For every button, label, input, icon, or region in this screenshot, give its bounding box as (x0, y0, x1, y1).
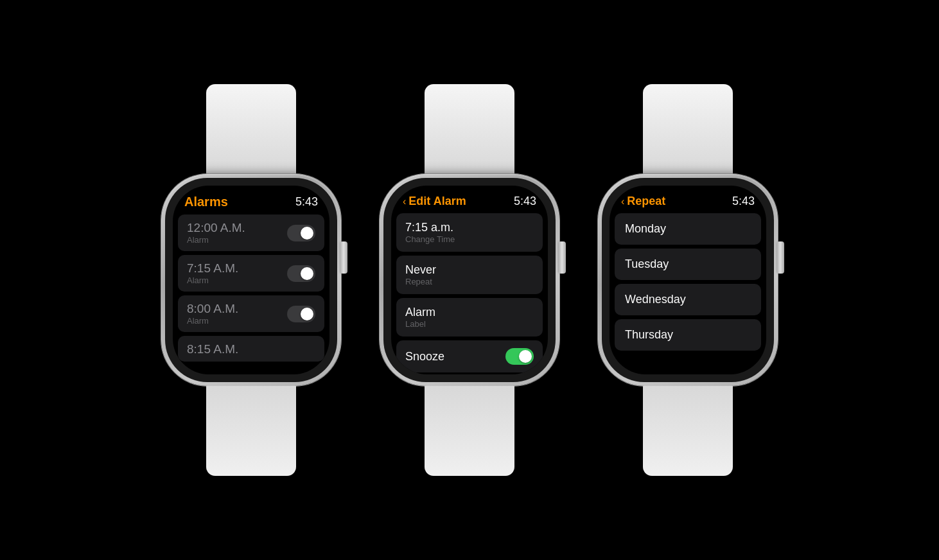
repeat-item-thursday[interactable]: Thursday (615, 319, 761, 351)
alarm-label-3: Alarm (187, 316, 238, 326)
edit-main-snooze: Snooze (405, 350, 444, 363)
screen-time-2: 5:43 (514, 195, 536, 208)
edit-sub-time: Change Time (405, 234, 455, 244)
edit-main-label: Alarm (405, 306, 435, 319)
screen-content-2: 7:15 a.m. Change Time Never Repeat (391, 213, 548, 374)
back-arrow-2[interactable]: ‹ (403, 196, 406, 207)
watch-band-top-2 (425, 84, 514, 174)
repeat-label-monday: Monday (625, 222, 666, 235)
watch-body-1: Alarms 5:43 12:00 A.M. Alarm (161, 174, 341, 386)
repeat-label-wednesday: Wednesday (625, 293, 686, 306)
watch-band-top-3 (643, 84, 733, 174)
repeat-item-tuesday[interactable]: Tuesday (615, 249, 761, 280)
watch-screen-3: ‹ Repeat 5:43 Monday Tuesday Wed (610, 186, 766, 374)
watch-case-1: Alarms 5:43 12:00 A.M. Alarm (161, 174, 341, 386)
screen-title-2: Edit Alarm (408, 195, 466, 208)
watch-body-3: ‹ Repeat 5:43 Monday Tuesday Wed (598, 174, 778, 386)
alarm-time-1: 12:00 A.M. (187, 221, 245, 235)
repeat-item-wednesday[interactable]: Wednesday (615, 284, 761, 315)
alarm-time-4: 8:15 A.M. (187, 342, 238, 356)
watch-screen-2: ‹ Edit Alarm 5:43 7:15 a.m. Change Time (391, 186, 548, 374)
screen-content-3: Monday Tuesday Wednesday Thursday (610, 213, 766, 374)
alarm-item-2[interactable]: 7:15 A.M. Alarm (178, 255, 324, 292)
edit-sub-label: Label (405, 319, 435, 329)
alarm-time-2: 7:15 A.M. (187, 261, 238, 276)
screen-header-1: Alarms 5:43 (173, 186, 329, 214)
watch-crown-3[interactable] (777, 241, 784, 274)
edit-item-time[interactable]: 7:15 a.m. Change Time (396, 213, 543, 252)
edit-sub-repeat: Repeat (405, 277, 436, 286)
alarm-toggle-3[interactable] (287, 306, 315, 322)
watch-band-bottom-3 (643, 386, 733, 476)
watch-inner-1: Alarms 5:43 12:00 A.M. Alarm (165, 178, 337, 382)
screen-title-3: Repeat (627, 195, 665, 208)
screen-header-3: ‹ Repeat 5:43 (610, 186, 766, 213)
alarm-time-3: 8:00 A.M. (187, 302, 238, 316)
alarm-label-2: Alarm (187, 276, 238, 285)
alarm-item-1[interactable]: 12:00 A.M. Alarm (178, 214, 324, 251)
edit-item-label[interactable]: Alarm Label (396, 298, 543, 337)
screen-header-2: ‹ Edit Alarm 5:43 (391, 186, 548, 213)
watch-3: ‹ Repeat 5:43 Monday Tuesday Wed (598, 84, 778, 476)
watch-inner-2: ‹ Edit Alarm 5:43 7:15 a.m. Change Time (383, 178, 556, 382)
alarm-item-4-partial: 8:15 A.M. (178, 336, 324, 362)
screen-time-3: 5:43 (732, 195, 755, 208)
repeat-item-monday[interactable]: Monday (615, 213, 761, 245)
alarm-toggle-2[interactable] (287, 265, 315, 282)
screen-content-1: 12:00 A.M. Alarm 7:15 A.M. Alarm (173, 214, 329, 374)
watch-crown-2[interactable] (558, 241, 566, 274)
alarm-label-1: Alarm (187, 235, 245, 245)
repeat-label-thursday: Thursday (625, 328, 673, 341)
watch-case-3: ‹ Repeat 5:43 Monday Tuesday Wed (598, 174, 778, 386)
watch-screen-1: Alarms 5:43 12:00 A.M. Alarm (173, 186, 329, 374)
repeat-label-tuesday: Tuesday (625, 258, 669, 270)
alarm-toggle-1[interactable] (287, 225, 315, 241)
watch-band-top-1 (206, 84, 296, 174)
edit-item-repeat[interactable]: Never Repeat (396, 256, 543, 294)
back-arrow-3[interactable]: ‹ (621, 196, 624, 207)
watch-band-bottom-1 (206, 386, 296, 476)
watch-case-2: ‹ Edit Alarm 5:43 7:15 a.m. Change Time (380, 174, 559, 386)
watch-1: Alarms 5:43 12:00 A.M. Alarm (161, 84, 341, 476)
screen-title-1: Alarms (184, 195, 228, 209)
edit-main-repeat: Never (405, 263, 436, 277)
screen-time-1: 5:43 (295, 195, 318, 209)
snooze-toggle[interactable] (505, 348, 534, 365)
edit-main-time: 7:15 a.m. (405, 221, 455, 234)
watch-band-bottom-2 (425, 386, 514, 476)
title-with-back-2: ‹ Edit Alarm (403, 195, 466, 208)
watch-2: ‹ Edit Alarm 5:43 7:15 a.m. Change Time (380, 84, 559, 476)
title-with-back-3: ‹ Repeat (621, 195, 665, 208)
watch-body-2: ‹ Edit Alarm 5:43 7:15 a.m. Change Time (380, 174, 559, 386)
watch-crown-1[interactable] (340, 241, 347, 274)
watch-inner-3: ‹ Repeat 5:43 Monday Tuesday Wed (602, 178, 774, 382)
edit-item-snooze[interactable]: Snooze (396, 340, 543, 372)
alarm-item-3[interactable]: 8:00 A.M. Alarm (178, 295, 324, 332)
